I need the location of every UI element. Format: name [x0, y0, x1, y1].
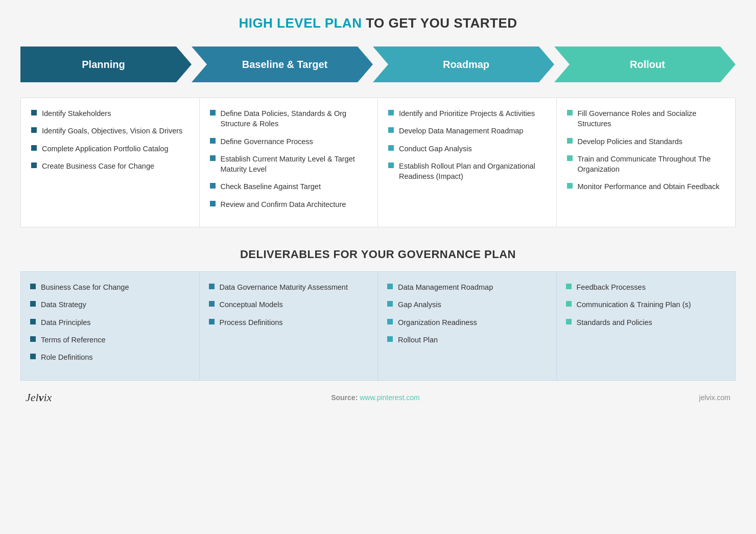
- arrow-planning-label: Planning: [82, 59, 125, 71]
- plan-list-rollout: Fill Governance Roles and Socialize Stru…: [567, 108, 725, 192]
- deliv-list-rollout: Feedback Processes Communication & Train…: [566, 282, 726, 328]
- list-item: Establish Rollout Plan and Organizationa…: [388, 161, 546, 182]
- list-item: Check Baseline Against Target: [210, 181, 368, 192]
- bullet-icon: [30, 354, 36, 359]
- bullet-icon: [387, 301, 393, 307]
- title-rest: TO GET YOU STARTED: [362, 15, 517, 31]
- list-item: Fill Governance Roles and Socialize Stru…: [567, 108, 725, 129]
- deliv-list-baseline: Data Governance Maturity Assessment Conc…: [209, 282, 369, 328]
- footer-right: jelvix.com: [699, 393, 730, 402]
- bullet-icon: [31, 110, 37, 115]
- deliv-col-rollout: Feedback Processes Communication & Train…: [557, 272, 736, 380]
- bullet-icon: [566, 319, 572, 324]
- bullet-icon: [388, 145, 394, 151]
- deliv-col-baseline: Data Governance Maturity Assessment Conc…: [200, 272, 379, 380]
- list-item: Define Governance Process: [210, 136, 368, 147]
- list-item: Data Management Roadmap: [387, 282, 547, 292]
- bullet-icon: [210, 110, 216, 115]
- bullet-icon: [31, 162, 37, 168]
- bullet-icon: [210, 155, 216, 161]
- list-item: Monitor Performance and Obtain Feedback: [567, 181, 725, 192]
- list-item: Role Definitions: [30, 352, 190, 362]
- bullet-icon: [30, 336, 36, 342]
- list-item: Rollout Plan: [387, 335, 547, 345]
- bullet-icon: [30, 319, 36, 324]
- bullet-icon: [387, 284, 393, 289]
- list-item: Communication & Training Plan (s): [566, 299, 726, 310]
- bullet-icon: [567, 110, 573, 115]
- list-item: Terms of Reference: [30, 335, 190, 345]
- source-label: Source:: [331, 393, 358, 402]
- deliv-list-roadmap: Data Management Roadmap Gap Analysis Org…: [387, 282, 547, 345]
- list-item: Establish Current Maturity Level & Targe…: [210, 154, 368, 175]
- list-item: Standards and Policies: [566, 317, 726, 328]
- deliv-col-planning: Business Case for Change Data Strategy D…: [21, 272, 200, 380]
- bullet-icon: [209, 301, 215, 307]
- list-item: Define Data Policies, Standards & Org St…: [210, 108, 368, 129]
- arrow-baseline: Baseline & Target: [192, 47, 373, 82]
- list-item: Data Strategy: [30, 299, 190, 310]
- list-item: Identify and Prioritize Projects & Activ…: [388, 108, 546, 119]
- bullet-icon: [209, 319, 215, 324]
- list-item: Organization Readiness: [387, 317, 547, 328]
- plan-list-roadmap: Identify and Prioritize Projects & Activ…: [388, 108, 546, 181]
- bullet-icon: [31, 145, 37, 151]
- bullet-icon: [388, 162, 394, 168]
- bullet-icon: [209, 284, 215, 289]
- list-item: Review and Confirm Data Architecture: [210, 199, 368, 210]
- bullet-icon: [210, 201, 216, 206]
- bullet-icon: [567, 155, 573, 161]
- page-title: HIGH LEVEL PLAN TO GET YOU STARTED: [239, 15, 517, 31]
- list-item: Train and Communicate Throughout The Org…: [567, 154, 725, 175]
- bullet-icon: [210, 138, 216, 144]
- plan-col-roadmap: Identify and Prioritize Projects & Activ…: [378, 98, 557, 227]
- bullet-icon: [388, 110, 394, 115]
- arrow-banner: Planning Baseline & Target Roadmap Rollo…: [20, 47, 736, 82]
- plan-list-planning: Identify Stakeholders Identify Goals, Ob…: [31, 108, 189, 171]
- bullet-icon: [387, 319, 393, 324]
- footer-logo: Jelvix: [26, 391, 52, 404]
- list-item: Gap Analysis: [387, 299, 547, 310]
- list-item: Identify Stakeholders: [31, 108, 189, 119]
- arrow-rollout: Rollout: [554, 47, 736, 82]
- deliverables-grid: Business Case for Change Data Strategy D…: [20, 271, 736, 380]
- bullet-icon: [210, 183, 216, 189]
- deliv-col-roadmap: Data Management Roadmap Gap Analysis Org…: [378, 272, 557, 380]
- arrow-roadmap-label: Roadmap: [443, 59, 489, 71]
- list-item: Complete Application Portfolio Catalog: [31, 144, 189, 154]
- bullet-icon: [30, 301, 36, 307]
- list-item: Conceptual Models: [209, 299, 369, 310]
- list-item: Process Definitions: [209, 317, 369, 328]
- plan-list-baseline: Define Data Policies, Standards & Org St…: [210, 108, 368, 210]
- list-item: Data Governance Maturity Assessment: [209, 282, 369, 292]
- list-item: Develop Data Management Roadmap: [388, 126, 546, 136]
- footer-source: Source: www.pinterest.com: [331, 393, 420, 402]
- list-item: Develop Policies and Standards: [567, 136, 725, 147]
- bullet-icon: [387, 336, 393, 342]
- bullet-icon: [566, 301, 572, 307]
- arrow-planning: Planning: [20, 47, 192, 82]
- plan-col-planning: Identify Stakeholders Identify Goals, Ob…: [21, 98, 200, 227]
- arrow-rollout-label: Rollout: [630, 59, 665, 71]
- list-item: Create Business Case for Change: [31, 161, 189, 171]
- plan-content-grid: Identify Stakeholders Identify Goals, Ob…: [20, 98, 736, 227]
- bullet-icon: [567, 138, 573, 144]
- bullet-icon: [31, 127, 37, 133]
- arrow-baseline-label: Baseline & Target: [242, 59, 327, 71]
- plan-col-baseline: Define Data Policies, Standards & Org St…: [200, 98, 379, 227]
- title-highlight: HIGH LEVEL PLAN: [239, 15, 362, 31]
- footer: Jelvix Source: www.pinterest.com jelvix.…: [20, 391, 736, 404]
- plan-col-rollout: Fill Governance Roles and Socialize Stru…: [557, 98, 736, 227]
- bullet-icon: [30, 284, 36, 289]
- bullet-icon: [567, 183, 573, 189]
- source-url[interactable]: www.pinterest.com: [360, 393, 419, 402]
- arrow-roadmap: Roadmap: [373, 47, 554, 82]
- list-item: Identify Goals, Objectives, Vision & Dri…: [31, 126, 189, 136]
- list-item: Conduct Gap Analysis: [388, 144, 546, 154]
- deliverables-title: DELIVERABLES FOR YOUR GOVERNANCE PLAN: [240, 248, 516, 261]
- deliv-list-planning: Business Case for Change Data Strategy D…: [30, 282, 190, 362]
- bullet-icon: [388, 127, 394, 133]
- bullet-icon: [566, 284, 572, 289]
- list-item: Data Principles: [30, 317, 190, 328]
- list-item: Business Case for Change: [30, 282, 190, 292]
